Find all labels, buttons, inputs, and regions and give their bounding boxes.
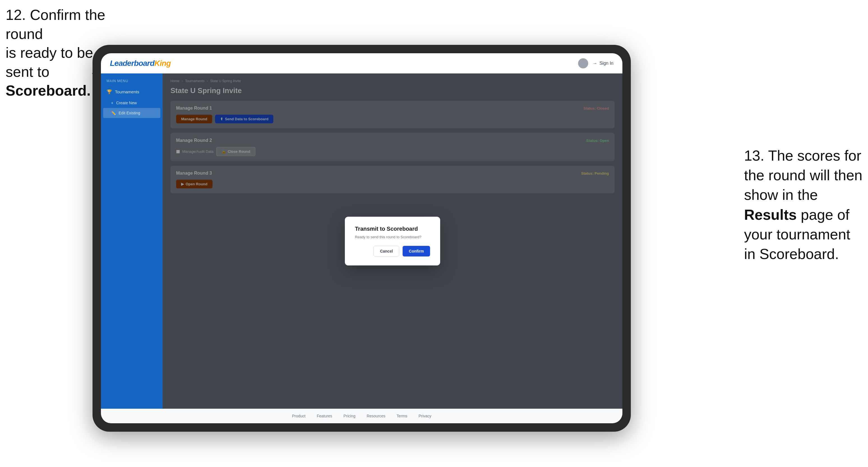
create-new-label: Create New [116,101,137,105]
transmit-modal: Transmit to Scoreboard Ready to send thi… [345,217,440,266]
app-header: LeaderboardKing → Sign In [101,53,622,73]
modal-subtitle: Ready to send this round to Scoreboard? [355,235,430,239]
sidebar-item-tournaments[interactable]: 🏆 Tournaments [101,86,163,98]
sign-in-button[interactable]: → Sign In [593,61,614,66]
sidebar-item-create-new[interactable]: + Create New [101,98,163,108]
sidebar-menu-label: MAIN MENU [101,79,163,86]
footer-resources[interactable]: Resources [367,414,385,418]
modal-actions: Cancel Confirm [355,246,430,256]
footer-privacy[interactable]: Privacy [418,414,432,418]
instruction-right-text: 13. The scores forthe round will thensho… [744,148,862,262]
edit-icon: ✏️ [111,111,116,115]
footer-product[interactable]: Product [292,414,305,418]
sidebar-item-edit-existing[interactable]: ✏️ Edit Existing [103,108,160,118]
instruction-right-bold: Results [744,207,797,223]
trophy-icon: 🏆 [106,89,112,94]
sign-in-label: Sign In [599,61,614,66]
main-layout: MAIN MENU 🏆 Tournaments + Create New ✏️ … [101,73,622,409]
tablet-frame: LeaderboardKing → Sign In MAIN MENU 🏆 To… [93,45,631,432]
modal-confirm-button[interactable]: Confirm [403,246,430,256]
header-right: → Sign In [578,58,614,68]
footer-features[interactable]: Features [317,414,332,418]
sign-in-icon: → [593,61,597,66]
avatar [578,58,588,68]
sidebar: MAIN MENU 🏆 Tournaments + Create New ✏️ … [101,73,163,409]
footer-pricing[interactable]: Pricing [343,414,355,418]
instruction-top-text: 12. Confirm the roundis ready to be sent… [6,7,105,99]
tablet-screen: LeaderboardKing → Sign In MAIN MENU 🏆 To… [101,53,622,423]
instruction-right: 13. The scores forthe round will thensho… [744,146,862,264]
modal-cancel-button[interactable]: Cancel [373,246,399,256]
logo-lb: Leaderboard [110,59,154,67]
main-content: Home › Tournaments › State U Spring Invi… [163,73,622,409]
plus-icon: + [111,101,113,105]
footer: Product Features Pricing Resources Terms… [101,409,622,423]
sidebar-tournaments-label: Tournaments [115,89,140,94]
logo-king: King [154,59,171,67]
logo: LeaderboardKing [110,59,171,68]
footer-terms[interactable]: Terms [397,414,407,418]
instruction-bold: Scoreboard. [6,83,91,99]
edit-existing-label: Edit Existing [119,111,140,115]
modal-title: Transmit to Scoreboard [355,226,430,232]
modal-overlay: Transmit to Scoreboard Ready to send thi… [163,73,622,409]
logo-area: LeaderboardKing [110,59,171,68]
